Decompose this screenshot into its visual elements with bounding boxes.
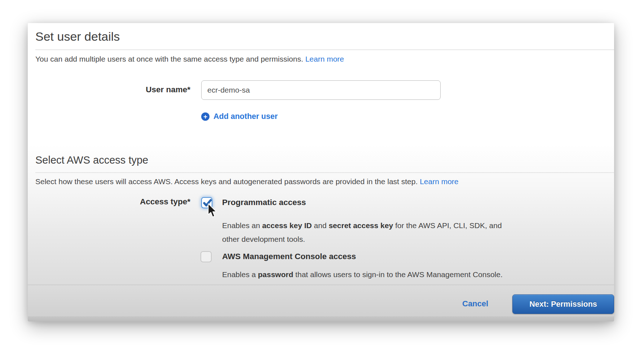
access-intro-text: Select how these users will access AWS. … (35, 177, 459, 186)
wizard-content: Set user details You can add multiple us… (28, 23, 614, 285)
console-access-label[interactable]: AWS Management Console access (222, 252, 356, 261)
console-desc-line1: Enables a password that allows users to … (222, 268, 503, 281)
intro-text: You can add multiple users at once with … (35, 55, 344, 63)
learn-more-link-access[interactable]: Learn more (420, 177, 458, 186)
next-permissions-button[interactable]: Next: Permissions (512, 294, 614, 314)
add-another-user-link[interactable]: + Add another user (201, 112, 278, 121)
access-type-label: Access type* (82, 197, 190, 206)
user-name-input[interactable] (201, 80, 441, 100)
page-background: Set user details You can add multiple us… (0, 0, 644, 351)
programmatic-access-checkbox[interactable] (201, 197, 212, 208)
programmatic-access-label[interactable]: Programmatic access (222, 198, 306, 207)
console-access-description: Enables a password that allows users to … (222, 268, 503, 281)
access-intro-body: Select how these users will access AWS. … (35, 177, 418, 186)
learn-more-link-users[interactable]: Learn more (305, 55, 344, 63)
programmatic-desc-line1: Enables an access key ID and secret acce… (222, 219, 502, 232)
page-title: Set user details (35, 30, 120, 44)
console-access-checkbox[interactable] (200, 251, 212, 262)
add-another-user-label: Add another user (213, 112, 278, 121)
title-divider (35, 49, 614, 50)
programmatic-desc-line2: other development tools. (222, 232, 502, 246)
add-user-wizard-card: Set user details You can add multiple us… (28, 23, 614, 321)
programmatic-access-description: Enables an access key ID and secret acce… (222, 219, 502, 246)
card-bottom-strip (28, 316, 614, 321)
user-name-label: User name* (82, 85, 190, 94)
cancel-button[interactable]: Cancel (462, 299, 488, 308)
access-type-section-title: Select AWS access type (35, 154, 148, 166)
plus-icon: + (201, 112, 209, 121)
intro-text-body: You can add multiple users at once with … (35, 55, 303, 63)
section-divider (35, 172, 614, 173)
check-icon (202, 198, 212, 208)
